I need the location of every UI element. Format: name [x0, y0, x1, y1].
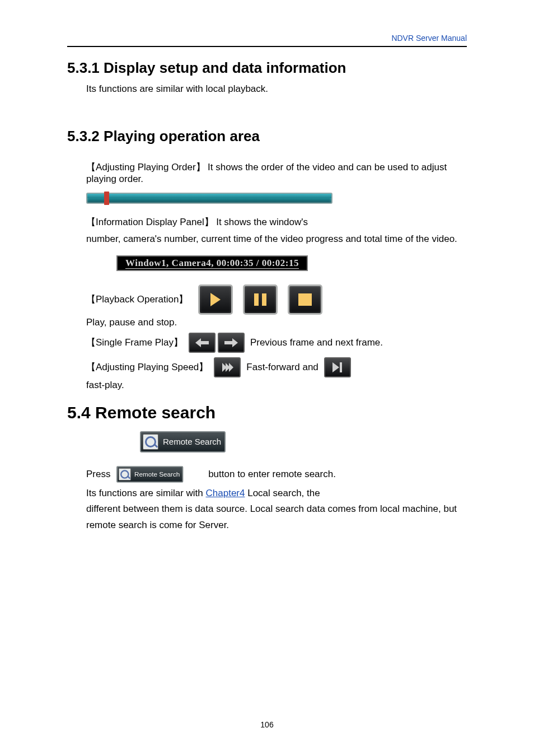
- para-line3: different between them is data source. L…: [86, 503, 457, 530]
- fast-play-button[interactable]: [324, 357, 351, 377]
- pause-icon: [254, 293, 266, 306]
- header-rule: [67, 46, 467, 47]
- remote-search-label: Remote Search: [163, 437, 221, 446]
- arrow-right-icon: [224, 338, 238, 347]
- info-panel-text1: It shows the window's: [216, 217, 308, 227]
- prev-frame-button[interactable]: [189, 333, 216, 353]
- para-line2-pre: Its functions are similar with: [86, 488, 203, 498]
- arrow-left-icon: [195, 338, 209, 347]
- fast-forward-icon: [222, 363, 232, 372]
- search-icon: [143, 434, 158, 450]
- speed-label: 【Adjusting Playing Speed】: [86, 361, 208, 374]
- next-frame-button[interactable]: [218, 333, 245, 353]
- stop-button[interactable]: [288, 284, 322, 315]
- remote-search-button[interactable]: Remote Search: [140, 431, 226, 452]
- single-frame-text: Previous frame and next frame.: [250, 337, 383, 348]
- para-pre: Press: [86, 469, 110, 479]
- playback-op-label: 【Playback Operation】: [86, 293, 188, 306]
- info-display-text: Window1, Camera4, 00:00:35 / 00:02:15: [125, 258, 299, 269]
- body-531: Its functions are similar with local pla…: [86, 81, 467, 96]
- heading-54: 5.4 Remote search: [67, 403, 467, 422]
- search-icon: [119, 468, 131, 480]
- doc-title: NDVR Server Manual: [67, 34, 467, 43]
- play-icon: [210, 293, 221, 306]
- page-number: 106: [0, 720, 534, 729]
- info-display-panel: Window1, Camera4, 00:00:35 / 00:02:15: [116, 255, 308, 271]
- para-mid1: button to enter remote search.: [208, 469, 336, 479]
- fast-forward-button[interactable]: [214, 357, 241, 377]
- playback-slider[interactable]: [86, 193, 332, 204]
- heading-531: 5.3.1 Display setup and data information: [67, 59, 467, 77]
- slider-thumb[interactable]: [104, 192, 109, 205]
- pause-button[interactable]: [243, 284, 278, 315]
- fast-play-icon: [332, 362, 342, 372]
- chapter4-link[interactable]: Chapter4: [206, 488, 245, 498]
- playback-op-text: Play, pause and stop.: [86, 317, 467, 328]
- para-line2-post: Local search, the: [247, 488, 320, 498]
- info-panel-text2: number, camera's number, current time of…: [86, 231, 467, 248]
- speed-text-end: fast-play.: [86, 380, 467, 391]
- heading-532: 5.3.2 Playing operation area: [67, 128, 467, 145]
- speed-text-mid: Fast-forward and: [246, 362, 318, 373]
- info-panel-label: 【Information Display Panel】: [86, 217, 214, 227]
- single-frame-label: 【Single Frame Play】: [86, 336, 183, 349]
- remote-search-button-inline[interactable]: Remote Search: [116, 466, 184, 483]
- remote-search-label-inline: Remote Search: [134, 469, 180, 480]
- adjust-order-label: 【Adjusting Playing Order】: [86, 162, 205, 172]
- play-button[interactable]: [198, 284, 233, 315]
- stop-icon: [298, 293, 312, 306]
